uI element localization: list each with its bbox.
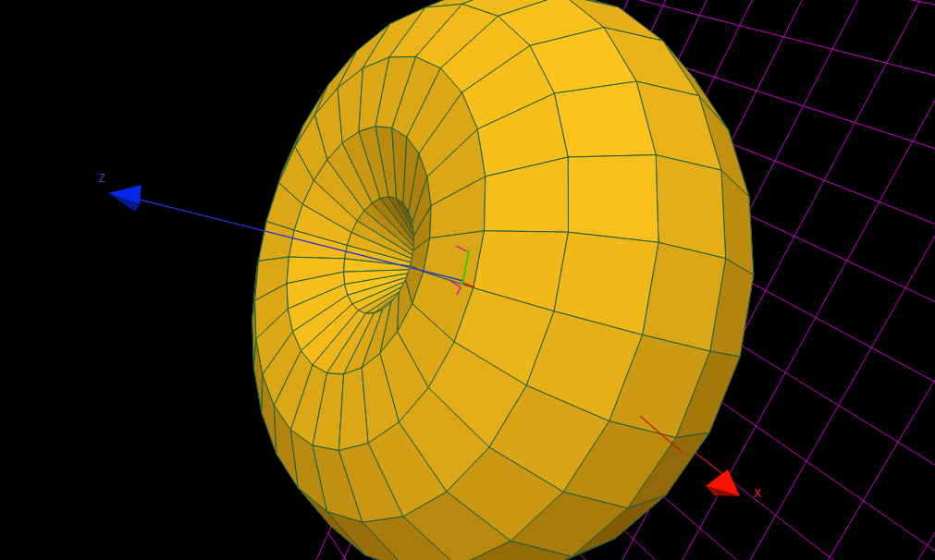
x-axis-label: X — [754, 486, 761, 500]
torus-mesh-face — [656, 155, 726, 259]
modeler-window: X Z — [0, 0, 935, 560]
torus-mesh-face — [568, 155, 658, 243]
viewport-3d[interactable]: X Z — [0, 0, 935, 560]
z-axis-label: Z — [98, 171, 105, 185]
